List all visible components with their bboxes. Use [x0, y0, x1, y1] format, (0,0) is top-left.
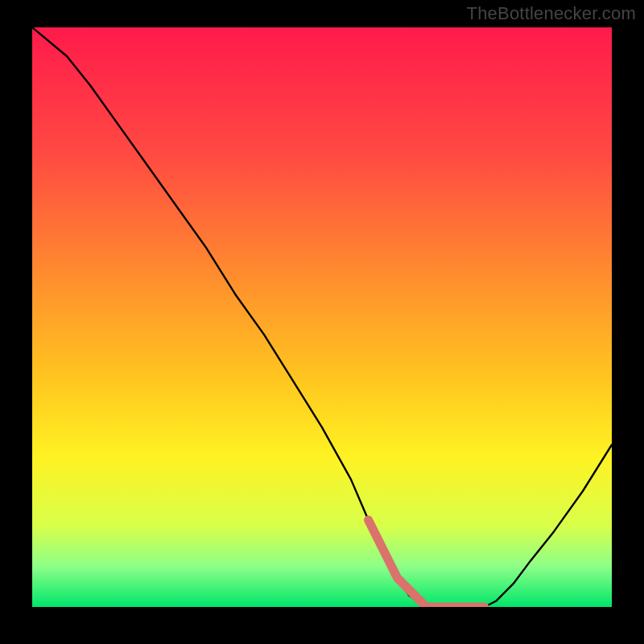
chart-svg: [32, 27, 612, 607]
chart-plot-area: [32, 27, 612, 607]
attribution-label: TheBottlenecker.com: [467, 3, 636, 24]
chart-frame: TheBottlenecker.com: [0, 0, 644, 644]
gradient-background: [32, 27, 612, 607]
